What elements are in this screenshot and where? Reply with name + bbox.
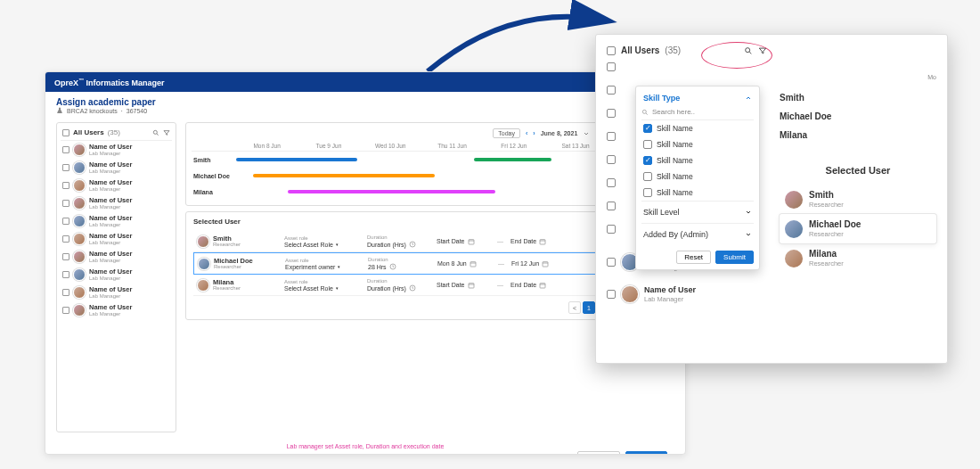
user-checkbox[interactable] <box>62 218 69 225</box>
user-checkbox[interactable] <box>607 258 616 267</box>
assign-button[interactable]: Assign <box>625 451 667 455</box>
user-row[interactable]: Name of UserLab Manager <box>61 230 172 248</box>
today-button[interactable]: Today <box>493 128 520 138</box>
user-checkbox[interactable] <box>607 202 616 210</box>
filter-skill-item[interactable]: Skill Name <box>641 169 754 185</box>
user-checkbox[interactable] <box>62 307 69 314</box>
duration-field[interactable]: Duration28 Hrs <box>368 257 430 270</box>
user-checkbox[interactable] <box>62 200 69 207</box>
user-checkbox[interactable] <box>607 290 616 299</box>
avatar <box>621 285 639 303</box>
gantt-bar[interactable] <box>288 190 495 193</box>
filter-checkbox[interactable] <box>643 156 652 165</box>
user-role: Lab Manager <box>89 258 132 263</box>
filter-icon[interactable] <box>758 46 767 55</box>
end-date-field[interactable]: Fri 12 Jun <box>511 260 565 267</box>
page-1[interactable]: 1 <box>583 301 595 314</box>
asset-role-select[interactable]: Asset roleSelect Asset Role ▾ <box>284 235 360 248</box>
user-row[interactable]: Name of UserLab Manager <box>61 212 172 230</box>
gantt-row-name: Michael Doe <box>192 173 236 179</box>
filter-icon[interactable] <box>163 129 170 136</box>
user-checkbox[interactable] <box>62 146 69 153</box>
avatar <box>73 197 86 210</box>
filter-section-skill-level[interactable]: Skill Level <box>641 201 754 223</box>
user-role: Lab Manager <box>89 222 132 227</box>
user-row[interactable]: Name of UserLab Manager <box>61 177 172 194</box>
user-checkbox[interactable] <box>62 235 69 243</box>
end-date-field[interactable]: End Date <box>510 282 564 289</box>
user-row[interactable]: Name of UserLab Manager <box>61 301 172 319</box>
filter-checkbox[interactable] <box>643 124 652 133</box>
svg-point-1 <box>153 130 157 134</box>
user-name: Name of User <box>89 233 132 240</box>
user-checkbox[interactable] <box>607 132 616 141</box>
filter-section-added-by[interactable]: Added By (Admin) <box>641 223 754 245</box>
calendar-icon <box>468 238 475 245</box>
chevron-down-icon[interactable] <box>583 130 590 137</box>
gantt-bar[interactable] <box>253 174 435 177</box>
user-checkbox[interactable] <box>62 164 69 171</box>
end-date-field[interactable]: End Date <box>510 238 564 245</box>
page-<[interactable]: < <box>568 301 581 314</box>
duration-field[interactable]: DurationDuration (Hrs) <box>367 234 429 248</box>
user-row[interactable]: Name of UserLab Manager <box>61 194 172 212</box>
gantt-bar[interactable] <box>474 158 551 161</box>
filter-checkbox[interactable] <box>643 140 652 149</box>
avatar <box>198 258 210 270</box>
asset-role-select[interactable]: Asset roleSelect Asset Role ▾ <box>284 279 360 292</box>
user-row[interactable]: Name of UserLab Manager <box>607 278 767 310</box>
inset-selected-row: SmithResearcher <box>780 185 936 214</box>
filter-checkbox[interactable] <box>643 188 652 197</box>
user-role: Lab Manager <box>89 311 132 317</box>
start-date-field[interactable]: Start Date <box>437 282 490 289</box>
calendar-icon <box>470 260 477 267</box>
prev-week-button[interactable]: ‹ <box>526 130 527 136</box>
chevron-down-icon <box>745 231 752 238</box>
selected-role: Researcher <box>213 285 241 291</box>
svg-rect-9 <box>469 283 474 287</box>
filter-submit-button[interactable]: Submit <box>715 251 754 264</box>
filter-reset-button[interactable]: Reset <box>676 251 711 264</box>
gantt-bar[interactable] <box>236 158 357 161</box>
cancel-button[interactable]: Cancel <box>577 451 620 455</box>
user-checkbox[interactable] <box>607 86 616 95</box>
asset-role-select[interactable]: Asset roleExperiment owner ▾ <box>285 258 361 270</box>
user-checkbox[interactable] <box>607 225 616 234</box>
gantt-name: Smith <box>780 93 936 103</box>
brand: OpreX™ Informatics Manager <box>54 78 165 87</box>
duration-field[interactable]: DurationDuration (Hrs) <box>367 278 429 292</box>
select-all-checkbox[interactable] <box>62 129 69 136</box>
user-checkbox[interactable] <box>607 178 616 187</box>
day-header: Wed 10 Jun <box>360 143 421 149</box>
user-checkbox[interactable] <box>607 155 616 164</box>
user-checkbox[interactable] <box>62 271 69 278</box>
filter-popover: Skill Type Search here.. Skill NameSkill… <box>635 86 760 270</box>
filter-skill-item[interactable]: Skill Name <box>641 120 754 136</box>
avatar <box>785 220 803 238</box>
next-week-button[interactable]: › <box>533 130 535 136</box>
user-checkbox[interactable] <box>607 109 616 118</box>
filter-skill-item[interactable]: Skill Name <box>641 136 754 152</box>
user-checkbox[interactable] <box>62 289 69 296</box>
user-checkbox[interactable] <box>62 253 69 260</box>
filter-checkbox[interactable] <box>643 172 652 181</box>
filter-skill-item[interactable]: Skill Name <box>641 185 754 201</box>
user-row[interactable]: Name of UserLab Manager <box>61 284 172 301</box>
user-checkbox[interactable] <box>607 62 616 71</box>
start-date-field[interactable]: Mon 8 Jun <box>437 260 491 267</box>
clock-icon <box>409 241 416 248</box>
user-row[interactable]: Name of UserLab Manager <box>61 248 172 266</box>
user-checkbox[interactable] <box>62 182 69 189</box>
filter-section-skill-type[interactable]: Skill Type <box>641 92 754 106</box>
filter-skill-item[interactable]: Skill Name <box>641 152 754 169</box>
filter-search-input[interactable]: Search here.. <box>641 106 754 120</box>
user-row[interactable]: Name of UserLab Manager <box>61 159 172 177</box>
search-icon[interactable] <box>744 46 753 55</box>
select-all-checkbox[interactable] <box>607 46 616 55</box>
day-header: Thu 11 Jun <box>421 143 483 149</box>
user-row[interactable]: Name of UserLab Manager <box>61 141 172 159</box>
gantt-row-name: Milana <box>192 189 236 195</box>
user-row[interactable]: Name of UserLab Manager <box>61 266 172 284</box>
start-date-field[interactable]: Start Date <box>437 238 490 245</box>
search-icon[interactable] <box>152 129 159 136</box>
